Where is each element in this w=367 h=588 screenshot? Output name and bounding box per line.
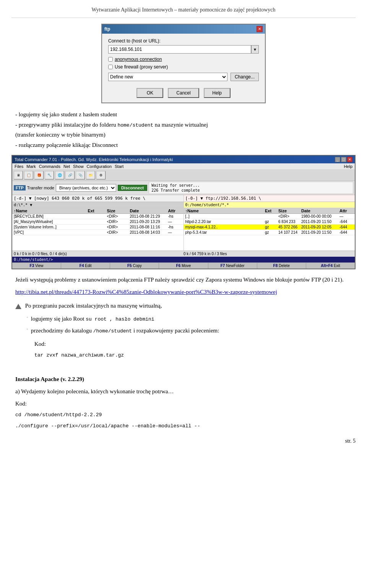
tc-f3-key: F3 — [30, 264, 34, 268]
tc-file-date: 2011-08-08 21:29 — [129, 214, 167, 218]
tc-path-input-bar: 0:/home/student/> — [12, 257, 355, 262]
tc-left-col-attr: Attr — [167, 208, 183, 213]
table-row[interactable]: [AI_MaszynyWirtualne] <DIR> 2011-09-20 1… — [12, 219, 184, 225]
table-row[interactable]: php-5.3.4.tar gz 14 107 214 2011-09-20 1… — [184, 230, 355, 235]
tc-ftp-bar: FTP Transfer mode Binary (archives, doc … — [12, 181, 355, 195]
tc-menu-configuration[interactable]: Configuration — [87, 164, 112, 169]
ftp-dialog-titlebar: ftp ✕ — [102, 24, 265, 34]
ftp-dropdown-button[interactable]: ▼ — [251, 45, 259, 54]
bullet-2-suffix: i rozpakowujemy paczki poleceniem: — [133, 327, 219, 334]
tc-toolbar-btn-1[interactable]: 🖥 — [14, 171, 23, 179]
tc-f7-key: F7 — [221, 264, 225, 268]
tc-active-path-bar: d:\*.* ▼ 0:/home/student/*.* — [12, 202, 355, 208]
tc-file-size: <DIR> — [106, 230, 129, 235]
ftp-change-button[interactable]: Change... — [231, 73, 259, 81]
ftp-anonymous-checkbox[interactable] — [108, 57, 113, 62]
tc-file-ext: gz — [264, 225, 278, 229]
tc-transfer-mode-label: Transfer mode — [27, 186, 54, 190]
tc-file-size: <DIR> — [106, 214, 129, 218]
table-row[interactable]: [System Volume Inform..] <DIR> 2011-08-0… — [12, 225, 184, 230]
ftp-cancel-button[interactable]: Cancel — [168, 88, 199, 98]
ftp-help-button[interactable]: Help — [204, 88, 231, 98]
ftp-anonymous-label-text: anonymous connection — [115, 57, 162, 62]
tc-toolbar-btn-8[interactable]: 📁 — [86, 171, 95, 179]
tc-toolbar-btn-3[interactable]: 🎁 — [34, 171, 44, 179]
table-row[interactable]: [$RECYCLE.BIN] <DIR> 2011-08-08 21:29 -h… — [12, 214, 184, 219]
tc-maximize-btn[interactable]: □ — [341, 157, 346, 162]
tc-right-col-attr: Attr — [339, 208, 354, 213]
tc-menu-help[interactable]: Help — [344, 164, 352, 169]
tc-close-btn[interactable]: ✕ — [347, 157, 352, 162]
ftp-define-select[interactable]: Define new — [108, 73, 227, 81]
tc-file-date: 2011-09-20 12:05 — [300, 225, 339, 229]
tc-left-col-name: ↑Name — [13, 208, 87, 213]
tc-f8-button[interactable]: F8 Delete — [257, 263, 306, 269]
tc-toolbar-btn-4[interactable]: 🔧 — [45, 171, 54, 179]
tc-transfer-mode-select[interactable]: Binary (archives, doc etc.) — [56, 184, 116, 192]
tc-menu-commands[interactable]: Commands — [39, 164, 60, 169]
tc-path-prompt-left: 0:/home/student/> — [14, 257, 53, 262]
tc-disconnect-button[interactable]: Disconnect — [118, 185, 147, 191]
apache-code-section: Kod: cd /home/student/httpd-2.2.29 ./con… — [15, 399, 352, 430]
ftp-firewall-checkbox[interactable] — [108, 65, 113, 69]
tc-status-right-text: 0 k / 64 759 k in 0 / 3 files — [184, 252, 227, 256]
tc-active-path-right: 0:/home/student/*.* — [184, 202, 355, 208]
tc-left-panel: ↑Name Ext Size Date Attr [$RECYCLE.BIN] … — [12, 208, 184, 251]
bullet-sym-1: ◦ — [27, 315, 28, 320]
tc-f6-button[interactable]: F6 Move — [159, 263, 208, 269]
table-row[interactable]: mysql-max-4.1.22.. gz 45 372 266 2011-09… — [184, 225, 355, 230]
bullet-intro-section: Po przegraniu paczek instalacyjnych na m… — [15, 301, 352, 336]
ftp-dialog: ftp ✕ Connect to (host or URL): ▼ anonym… — [101, 24, 266, 103]
text-line-2: - przegrywamy pliki instalacyjne do fold… — [15, 121, 352, 129]
tc-left-col-ext: Ext — [87, 208, 106, 213]
tc-toolbar-btn-7[interactable]: 📎 — [76, 171, 85, 179]
paragraph-link: http://tibia.net.pl/threads/447173-Rozwi… — [15, 287, 352, 296]
tc-f5-button[interactable]: F5 Copy — [110, 263, 159, 269]
tc-file-date: 2011-08-08 11:16 — [129, 225, 167, 229]
tc-toolbar-btn-9[interactable]: ⚙ — [96, 171, 106, 179]
code-home-student: home/student — [117, 122, 153, 128]
tc-right-col-date: Date — [300, 208, 339, 213]
tc-toolbar: 🖥 📋 🎁 🔧 🌐 🔗 📎 📁 ⚙ — [12, 170, 355, 181]
tc-toolbar-btn-6[interactable]: 🔗 — [65, 171, 75, 179]
table-row[interactable]: [..] <DIR> 1980-00-00 00:00 — — [184, 214, 355, 219]
bullet-sym-2: ◦ — [27, 327, 28, 332]
tc-altf4-button[interactable]: Alt+F4 Exit — [306, 263, 355, 269]
tc-status-bar: 0 k / 0 k in 0 / 0 files, 0 / 4 dir(s) 0… — [12, 251, 355, 257]
header-title: Wytwarzanie Aplikacji Internetowych – ma… — [91, 7, 275, 13]
ftp-dialog-body: Connect to (host or URL): ▼ anonymous co… — [102, 34, 265, 103]
tc-f4-key: F4 — [80, 264, 84, 268]
tc-status-left: 0 k / 0 k in 0 / 0 files, 0 / 4 dir(s) — [14, 252, 184, 256]
ftp-ok-button[interactable]: OK — [136, 88, 163, 98]
tc-function-bar: F3 View F4 Edit F5 Copy F6 Move F7 NewFo… — [12, 262, 355, 269]
tc-menu-files[interactable]: Files — [15, 164, 23, 169]
table-row[interactable]: [VPC] <DIR> 2011-08-08 14:03 — — [12, 230, 184, 235]
code-1: tar zvxf nazwa_archiwum.tar.gz — [34, 352, 352, 360]
tc-left-col-size: Size — [106, 208, 129, 213]
tc-minimize-btn[interactable]: _ — [335, 157, 340, 162]
tc-file-date: 2011-09-20 13:29 — [129, 220, 167, 224]
tc-f4-button[interactable]: F4 Edit — [61, 263, 110, 269]
tc-f7-button[interactable]: F7 NewFolder — [208, 263, 257, 269]
tc-toolbar-btn-5[interactable]: 🌐 — [55, 171, 64, 179]
table-row[interactable]: httpd-2.2.20.tar gz 6 834 233 2011-09-20… — [184, 219, 355, 225]
apache-heading: Instalacja Apache (v. 2.2.29) — [15, 375, 352, 384]
tc-file-ext — [87, 225, 106, 229]
bullet-intro: Po przegraniu paczek instalacyjnych na m… — [15, 301, 352, 310]
apache-section: Instalacja Apache (v. 2.2.29) a) Wydajem… — [15, 375, 352, 430]
tc-menu-show[interactable]: Show — [73, 164, 84, 169]
ftp-host-input[interactable] — [108, 45, 251, 54]
tc-file-name: [$RECYCLE.BIN] — [13, 214, 87, 218]
ftp-close-button[interactable]: ✕ — [257, 26, 263, 32]
bullet-2-text: przechodzimy do katalogu /home/student i… — [31, 326, 219, 336]
tc-f3-button[interactable]: F3 View — [12, 263, 61, 269]
tc-file-ext: gz — [264, 220, 278, 224]
tc-menu-mark[interactable]: Mark — [26, 164, 36, 169]
tc-toolbar-btn-2[interactable]: 📋 — [24, 171, 33, 179]
ftp-problem-link[interactable]: http://tibia.net.pl/threads/447173-Rozwi… — [15, 289, 277, 295]
tc-menu-net[interactable]: Net — [63, 164, 70, 169]
bullet-1-prefix: logujemy się jako Root — [31, 316, 84, 322]
tc-menu-start[interactable]: Start — [115, 164, 123, 169]
page-header: Wytwarzanie Aplikacji Internetowych – ma… — [11, 4, 356, 18]
kod-label-2: Kod: — [15, 399, 352, 408]
